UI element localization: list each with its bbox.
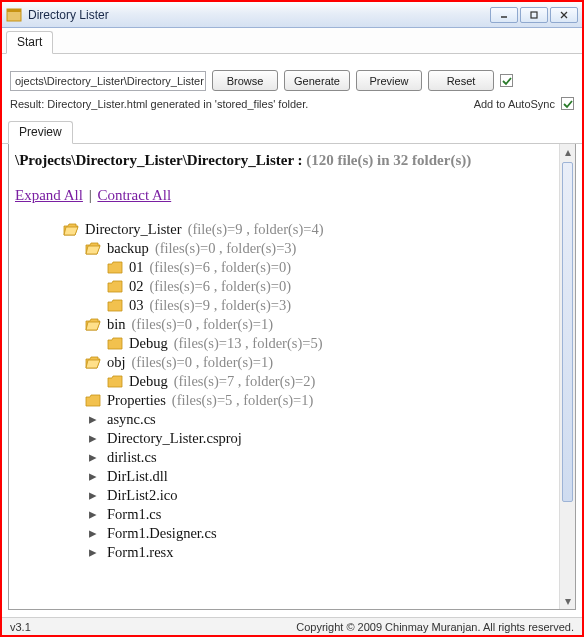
node-name: Directory_Lister (85, 221, 182, 238)
autosync-label: Add to AutoSync (474, 98, 555, 110)
node-meta: (files(s)=13 , folder(s)=5) (174, 335, 323, 352)
node-name: 03 (129, 297, 144, 314)
app-icon (6, 7, 22, 23)
headline-stats: (120 file(s) in 32 folder(s)) (306, 152, 471, 168)
tree-folder[interactable]: obj (files(s)=0 , folder(s)=1) (15, 353, 569, 372)
node-name: Directory_Lister.csproj (107, 430, 242, 447)
bullet-icon: ▸ (85, 525, 101, 542)
expand-all-link[interactable]: Expand All (15, 187, 83, 203)
browse-button[interactable]: Browse (212, 70, 278, 91)
tree-folder[interactable]: Properties (files(s)=5 , folder(s)=1) (15, 391, 569, 410)
node-meta: (files(s)=7 , folder(s)=2) (174, 373, 316, 390)
scroll-up-button[interactable]: ▴ (560, 144, 575, 160)
window-title: Directory Lister (28, 8, 109, 22)
scroll-track[interactable] (560, 160, 575, 593)
close-button[interactable] (550, 7, 578, 23)
minimize-button[interactable] (490, 7, 518, 23)
tree-file[interactable]: ▸DirList.dll (15, 467, 569, 486)
result-row: Result: Directory_Lister.html generated … (2, 95, 582, 118)
tree-folder[interactable]: bin (files(s)=0 , folder(s)=1) (15, 315, 569, 334)
folder-closed-icon (107, 261, 123, 275)
node-name: dirlist.cs (107, 449, 157, 466)
folder-open-icon (85, 242, 101, 256)
tree-file[interactable]: ▸dirlist.cs (15, 448, 569, 467)
controls-row: ojects\Directory_Lister\Directory_Lister… (2, 54, 582, 95)
generate-button[interactable]: Generate (284, 70, 350, 91)
node-name: 01 (129, 259, 144, 276)
path-input-value: ojects\Directory_Lister\Directory_Lister (15, 75, 204, 87)
bullet-icon: ▸ (85, 430, 101, 447)
bullet-icon: ▸ (85, 544, 101, 561)
scrollbar[interactable]: ▴ ▾ (559, 144, 575, 609)
folder-closed-icon (107, 299, 123, 313)
tab-preview[interactable]: Preview (8, 121, 73, 144)
node-meta: (files(s)=9 , folder(s)=3) (150, 297, 292, 314)
folder-closed-icon (85, 394, 101, 408)
tree-file[interactable]: ▸async.cs (15, 410, 569, 429)
node-name: Debug (129, 373, 168, 390)
reset-button[interactable]: Reset (428, 70, 494, 91)
version-label: v3.1 (10, 621, 31, 633)
node-name: obj (107, 354, 126, 371)
bullet-icon: ▸ (85, 411, 101, 428)
path-input[interactable]: ojects\Directory_Lister\Directory_Lister (10, 71, 206, 91)
node-name: DirList2.ico (107, 487, 177, 504)
preview-headline: \Projects\Directory_Lister\Directory_Lis… (15, 152, 569, 169)
window-controls (490, 7, 578, 23)
folder-closed-icon (107, 337, 123, 351)
node-meta: (files(s)=0 , folder(s)=3) (155, 240, 297, 257)
headline-path: \Projects\Directory_Lister\Directory_Lis… (15, 152, 306, 168)
node-meta: (file(s)=9 , folder(s)=4) (188, 221, 324, 238)
folder-open-icon (63, 223, 79, 237)
node-name: backup (107, 240, 149, 257)
tree-file[interactable]: ▸Directory_Lister.csproj (15, 429, 569, 448)
directory-tree: Directory_Lister (file(s)=9 , folder(s)=… (15, 220, 569, 562)
preview-button[interactable]: Preview (356, 70, 422, 91)
bullet-icon: ▸ (85, 487, 101, 504)
tree-file[interactable]: ▸Form1.resx (15, 543, 569, 562)
tree-folder[interactable]: backup (files(s)=0 , folder(s)=3) (15, 239, 569, 258)
node-name: bin (107, 316, 126, 333)
node-meta: (files(s)=5 , folder(s)=1) (172, 392, 314, 409)
contract-all-link[interactable]: Contract All (97, 187, 171, 203)
link-separator: | (87, 187, 94, 203)
node-meta: (files(s)=6 , folder(s)=0) (150, 259, 292, 276)
outer-tabstrip: Start (2, 28, 582, 54)
node-name: Debug (129, 335, 168, 352)
node-name: Form1.Designer.cs (107, 525, 217, 542)
svg-rect-3 (531, 12, 537, 18)
bullet-icon: ▸ (85, 506, 101, 523)
tree-folder[interactable]: 03 (files(s)=9 , folder(s)=3) (15, 296, 569, 315)
statusbar: v3.1 Copyright © 2009 Chinmay Muranjan. … (2, 617, 582, 635)
autosync-checkbox[interactable] (561, 97, 574, 110)
tree-folder[interactable]: 01 (files(s)=6 , folder(s)=0) (15, 258, 569, 277)
tree-folder[interactable]: Debug (files(s)=7 , folder(s)=2) (15, 372, 569, 391)
tree-folder[interactable]: Directory_Lister (file(s)=9 , folder(s)=… (15, 220, 569, 239)
node-name: Form1.resx (107, 544, 173, 561)
tree-file[interactable]: ▸DirList2.ico (15, 486, 569, 505)
preview-pane: \Projects\Directory_Lister\Directory_Lis… (8, 144, 576, 610)
tree-folder[interactable]: 02 (files(s)=6 , folder(s)=0) (15, 277, 569, 296)
folder-open-icon (85, 356, 101, 370)
tab-start[interactable]: Start (6, 31, 53, 54)
unknown-checkbox[interactable] (500, 74, 513, 87)
bullet-icon: ▸ (85, 449, 101, 466)
scroll-thumb[interactable] (562, 162, 573, 502)
tree-folder[interactable]: Debug (files(s)=13 , folder(s)=5) (15, 334, 569, 353)
copyright-label: Copyright © 2009 Chinmay Muranjan. All r… (296, 621, 574, 633)
node-name: async.cs (107, 411, 156, 428)
expand-collapse-links: Expand All | Contract All (15, 187, 569, 204)
node-name: 02 (129, 278, 144, 295)
tree-file[interactable]: ▸Form1.Designer.cs (15, 524, 569, 543)
titlebar: Directory Lister (2, 2, 582, 28)
inner-tabstrip: Preview (2, 118, 582, 144)
node-meta: (files(s)=0 , folder(s)=1) (132, 354, 274, 371)
node-name: Form1.cs (107, 506, 161, 523)
node-meta: (files(s)=6 , folder(s)=0) (150, 278, 292, 295)
maximize-button[interactable] (520, 7, 548, 23)
node-name: Properties (107, 392, 166, 409)
scroll-down-button[interactable]: ▾ (560, 593, 575, 609)
tree-file[interactable]: ▸Form1.cs (15, 505, 569, 524)
svg-rect-1 (7, 9, 21, 12)
folder-closed-icon (107, 375, 123, 389)
